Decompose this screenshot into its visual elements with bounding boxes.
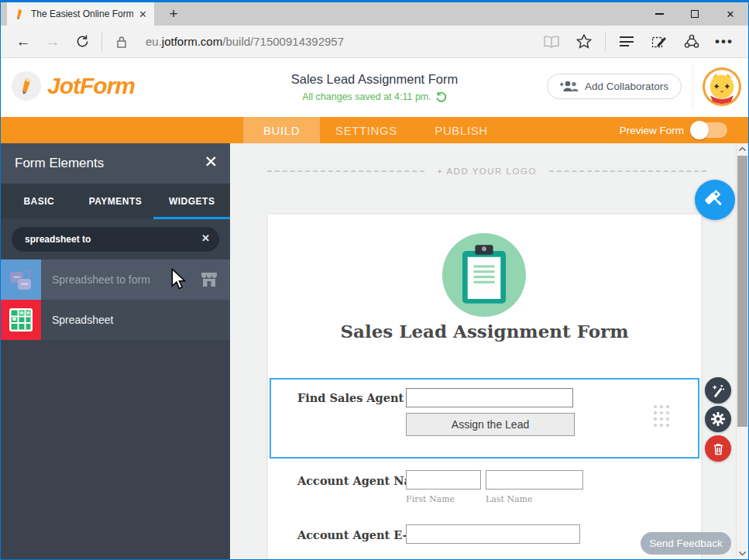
more-icon: •••: [715, 34, 734, 50]
sidebar-close-icon[interactable]: ✕: [204, 153, 218, 171]
browser-tab-bar: The Easiest Online Form ✕ + ✕: [1, 2, 748, 26]
form-elements-sidebar: Form Elements ✕ BASIC PAYMENTS WIDGETS ✕: [1, 143, 230, 559]
refresh-icon: [75, 34, 90, 49]
revert-icon[interactable]: [435, 91, 447, 102]
add-collaborators-label: Add Collaborators: [585, 81, 668, 92]
mouse-cursor: [170, 268, 186, 294]
share-button[interactable]: [675, 34, 708, 50]
jotform-favicon-icon: [14, 9, 26, 20]
scrollbar-thumb[interactable]: [737, 156, 747, 427]
trash-icon: [713, 442, 724, 455]
preview-form-toggle[interactable]: [692, 122, 727, 138]
dashed-line-left: [267, 170, 424, 172]
browser-tab[interactable]: The Easiest Online Form ✕: [7, 2, 154, 26]
search-clear-icon[interactable]: ✕: [201, 232, 210, 244]
back-button[interactable]: ←: [9, 33, 38, 50]
save-status: All changes saved at 4:11 pm.: [302, 91, 447, 102]
collaborators-people-icon: [560, 81, 579, 92]
assign-the-lead-button[interactable]: Assign the Lead: [406, 413, 575, 436]
user-avatar[interactable]: [703, 67, 741, 106]
form-canvas: + ADD YOUR LOGO: [230, 143, 736, 559]
builder-nav-bar: BUILD SETTINGS PUBLISH Preview Form: [1, 117, 748, 143]
url-path: /build/71500914392957: [222, 35, 344, 48]
clipboard-icon: [461, 245, 507, 305]
tab-title: The Easiest Online Form: [31, 9, 133, 19]
close-button[interactable]: ✕: [713, 2, 748, 26]
sidebar-title: Form Elements: [15, 156, 104, 171]
widget-item-spreadsheet-to-form[interactable]: Spreadsheet to form: [1, 259, 230, 300]
widget-item-label: Spreadsheet: [52, 314, 113, 326]
refresh-button[interactable]: [67, 34, 97, 49]
widget-search-input[interactable]: [12, 227, 219, 252]
form-card: Sales Lead Assignment Form Find Sales Ag…: [268, 215, 701, 559]
window-top-border: [1, 1, 748, 2]
tab-build[interactable]: BUILD: [243, 117, 320, 143]
find-sales-agent-input[interactable]: [406, 388, 573, 407]
field-find-sales-agent[interactable]: Find Sales Agent Assign the Lead: [270, 378, 699, 459]
web-note-icon: [651, 34, 667, 50]
reading-view-button[interactable]: [535, 36, 568, 48]
first-name-input[interactable]: [406, 470, 481, 490]
page-scrollbar[interactable]: [736, 143, 748, 559]
sidebar-tab-widgets[interactable]: WIDGETS: [153, 184, 230, 219]
hub-button[interactable]: [610, 34, 643, 50]
forward-button[interactable]: →: [38, 33, 67, 50]
sidebar-header: Form Elements ✕: [1, 143, 230, 184]
widget-search: ✕: [1, 219, 230, 259]
scroll-down-button[interactable]: [737, 548, 748, 559]
address-divider: [101, 33, 102, 51]
widget-item-label: Spreadsheet to form: [52, 273, 150, 286]
sidebar-tab-payments[interactable]: PAYMENTS: [77, 184, 154, 219]
address-bar: ← → eu.jotform.com/build/71500914392957: [1, 26, 748, 58]
tab-close-icon[interactable]: ✕: [139, 9, 147, 20]
add-logo-label: + ADD YOUR LOGO: [437, 167, 537, 176]
tab-publish[interactable]: PUBLISH: [413, 117, 510, 143]
web-note-button[interactable]: [643, 34, 675, 50]
tab-settings[interactable]: SETTINGS: [320, 117, 413, 143]
sidebar-tab-basic[interactable]: BASIC: [1, 184, 77, 219]
field-wizard-button[interactable]: [705, 377, 731, 404]
save-status-text: All changes saved at 4:11 pm.: [302, 91, 431, 102]
reading-view-book-icon: [543, 36, 560, 48]
share-icon: [684, 34, 699, 50]
star-icon: [576, 34, 592, 49]
more-actions-button[interactable]: •••: [708, 34, 740, 50]
drag-handle[interactable]: [654, 405, 669, 427]
scroll-up-button[interactable]: [737, 143, 748, 155]
dashed-line-right: [549, 170, 706, 172]
hub-icon: [620, 34, 634, 50]
widget-item-spreadsheet[interactable]: Spreadsheet: [1, 300, 230, 340]
first-name-sublabel: First Name: [406, 494, 455, 504]
url-domain: jotform.com: [162, 35, 222, 48]
new-tab-button[interactable]: +: [160, 2, 187, 26]
header-divider: [692, 65, 693, 110]
form-logo-badge[interactable]: [442, 233, 526, 317]
url-text[interactable]: eu.jotform.com/build/71500914392957: [146, 35, 344, 48]
url-prefix: eu.: [146, 35, 162, 48]
maximize-icon: [691, 10, 699, 18]
email-input[interactable]: [406, 524, 580, 544]
field-delete-button[interactable]: [705, 435, 731, 462]
toolbar-divider: [605, 33, 606, 51]
marketplace-store-icon: [201, 272, 218, 290]
toggle-knob: [690, 121, 709, 139]
send-feedback-button[interactable]: Send Feedback: [641, 532, 731, 555]
close-icon: ✕: [727, 9, 735, 19]
chevron-down-icon: [739, 551, 746, 555]
plus-icon: +: [169, 5, 177, 22]
minimize-button[interactable]: [641, 2, 677, 26]
form-card-title[interactable]: Sales Lead Assignment Form: [268, 321, 701, 342]
lock-button[interactable]: [107, 35, 136, 49]
favorites-button[interactable]: [568, 34, 600, 49]
minimize-icon: [655, 13, 664, 15]
maximize-button[interactable]: [677, 2, 713, 26]
find-sales-agent-label: Find Sales Agent: [297, 391, 404, 404]
last-name-input[interactable]: [486, 470, 583, 490]
add-logo-row[interactable]: + ADD YOUR LOGO: [267, 167, 706, 176]
magic-wand-icon: [711, 383, 726, 398]
field-properties-button[interactable]: [705, 406, 731, 432]
last-name-sublabel: Last Name: [486, 494, 533, 504]
add-collaborators-button[interactable]: Add Collaborators: [547, 74, 682, 99]
sidebar-tabs: BASIC PAYMENTS WIDGETS: [1, 184, 230, 219]
app-header: JotForm Sales Lead Assignment Form All c…: [1, 58, 748, 117]
